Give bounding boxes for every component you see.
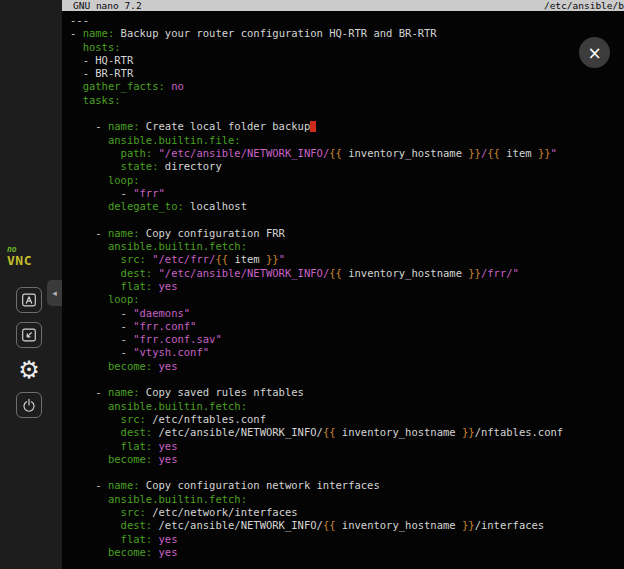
novnc-logo-text: VNC — [7, 254, 32, 267]
close-button[interactable]: × — [579, 37, 610, 68]
power-icon — [20, 396, 38, 414]
editor-line: - BR-RTR — [70, 67, 624, 80]
editor-line: dest: /etc/ansible/NETWORK_INFO/{{ inven… — [70, 426, 624, 439]
control-bar-buttons: ⚙ — [16, 287, 42, 418]
chevron-left-icon: ◂ — [52, 288, 57, 298]
control-bar-handle[interactable]: ◂ — [47, 280, 62, 306]
editor-line: ansible.builtin.fetch: — [70, 493, 624, 506]
editor-line: src: /etc/network/interfaces — [70, 506, 624, 519]
editor-line: loop: — [70, 174, 624, 187]
close-icon: × — [587, 43, 601, 63]
editor-line — [70, 373, 624, 386]
editor-line: src: /etc/nftables.conf — [70, 413, 624, 426]
editor-line: state: directory — [70, 160, 624, 173]
nano-filepath-label: /etc/ansible/b — [544, 0, 624, 11]
editor-line: ansible.builtin.fetch: — [70, 240, 624, 253]
editor-line: - name: Copy configuration network inter… — [70, 479, 624, 492]
editor-line: dest: "/etc/ansible/NETWORK_INFO/{{ inve… — [70, 267, 624, 280]
editor-line: gather_facts: no — [70, 80, 624, 93]
editor-line: - "daemons" — [70, 307, 624, 320]
editor-line: - "frr.conf" — [70, 320, 624, 333]
editor-line: tasks: — [70, 94, 624, 107]
settings-button[interactable]: ⚙ — [16, 357, 42, 383]
editor-line: hosts: — [70, 41, 624, 54]
editor-line: flat: yes — [70, 280, 624, 293]
editor-line: flat: yes — [70, 440, 624, 453]
editor-line: - name: Copy configuration FRR — [70, 227, 624, 240]
fullscreen-button[interactable] — [16, 322, 42, 348]
editor-line — [70, 213, 624, 226]
clipboard-button[interactable] — [16, 287, 42, 313]
editor-line: - name: Create local folder backup — [70, 120, 624, 133]
editor-line: become: yes — [70, 360, 624, 373]
editor-line: become: yes — [70, 453, 624, 466]
fullscreen-icon — [20, 326, 38, 344]
clipboard-icon — [20, 291, 38, 309]
editor-line: - "frr.conf.sav" — [70, 333, 624, 346]
editor-line: ansible.builtin.file: — [70, 134, 624, 147]
power-button[interactable] — [16, 392, 42, 418]
editor-line: path: "/etc/ansible/NETWORK_INFO/{{ inve… — [70, 147, 624, 160]
vnc-control-bar: no VNC ◂ ⚙ — [0, 0, 62, 569]
nano-titlebar: GNU nano 7.2 /etc/ansible/b — [62, 0, 624, 11]
editor-line: ansible.builtin.fetch: — [70, 400, 624, 413]
vnc-viewer-screen: no VNC ◂ ⚙ GNU nano 7.2 /etc/ansible/b -… — [0, 0, 624, 569]
editor-line: - name: Backup your router configuration… — [70, 27, 624, 40]
editor-line: - name: Copy saved rules nftables — [70, 386, 624, 399]
nano-version-label: GNU nano 7.2 — [73, 0, 142, 11]
text-cursor — [310, 121, 316, 132]
editor-line: - "frr" — [70, 187, 624, 200]
gear-icon: ⚙ — [18, 358, 40, 382]
nano-editor[interactable]: ---- name: Backup your router configurat… — [62, 11, 624, 559]
editor-line: delegate_to: localhost — [70, 200, 624, 213]
novnc-logo: no VNC — [7, 246, 32, 267]
editor-line — [70, 466, 624, 479]
editor-line: flat: yes — [70, 533, 624, 546]
editor-line: src: "/etc/frr/{{ item }}" — [70, 253, 624, 266]
editor-line: - HQ-RTR — [70, 54, 624, 67]
editor-line: dest: /etc/ansible/NETWORK_INFO/{{ inven… — [70, 519, 624, 532]
terminal-window: GNU nano 7.2 /etc/ansible/b ---- name: B… — [62, 0, 624, 569]
editor-line: - "vtysh.conf" — [70, 346, 624, 359]
editor-line: become: yes — [70, 546, 624, 559]
editor-line — [70, 107, 624, 120]
editor-line: --- — [70, 14, 624, 27]
editor-line: loop: — [70, 293, 624, 306]
